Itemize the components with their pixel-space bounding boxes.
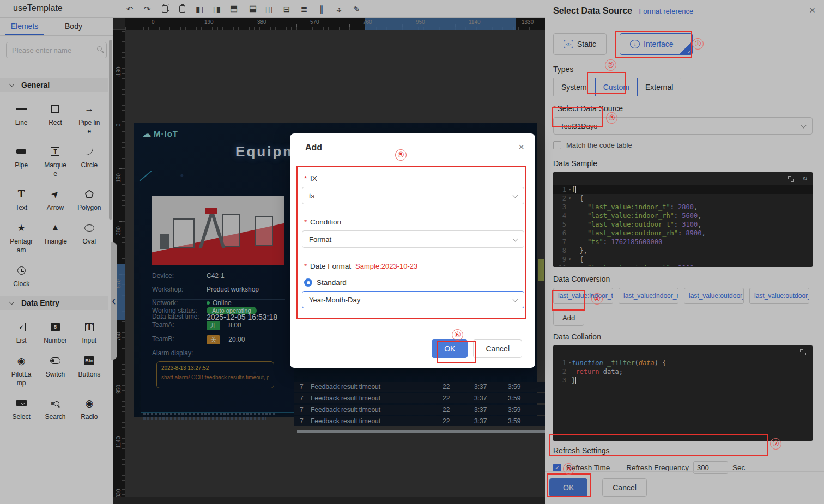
chevron-down-icon	[513, 236, 518, 242]
chevron-down-icon	[513, 297, 518, 302]
date-format-select[interactable]: Year-Month-Day	[302, 291, 524, 308]
add-modal: Add × IX ts Condition Format Date Format…	[290, 133, 535, 368]
standard-radio-row: Standard	[304, 278, 347, 287]
date-format-label: Date FormatSample:2023-10-23	[304, 262, 417, 270]
app: useTemplate ↶↷◧◨◧◧◫⊟≣∥✎ Elemets Body Gen…	[0, 0, 824, 504]
modal-cancel-button[interactable]: Cancel	[473, 339, 522, 358]
condition-select[interactable]: Format	[302, 230, 524, 248]
date-format-sample: Sample:2023-10-23	[355, 262, 417, 270]
modal-title: Add	[305, 143, 322, 153]
modal-footer: OK Cancel	[432, 339, 522, 358]
standard-radio[interactable]	[304, 278, 312, 287]
ix-select[interactable]: ts	[302, 187, 524, 204]
chevron-down-icon	[513, 193, 518, 198]
condition-label: Condition	[304, 218, 341, 226]
modal-close-icon[interactable]: ×	[518, 141, 524, 153]
ix-label: IX	[304, 174, 317, 183]
standard-radio-label: Standard	[317, 278, 347, 287]
modal-ok-button[interactable]: OK	[432, 339, 468, 358]
